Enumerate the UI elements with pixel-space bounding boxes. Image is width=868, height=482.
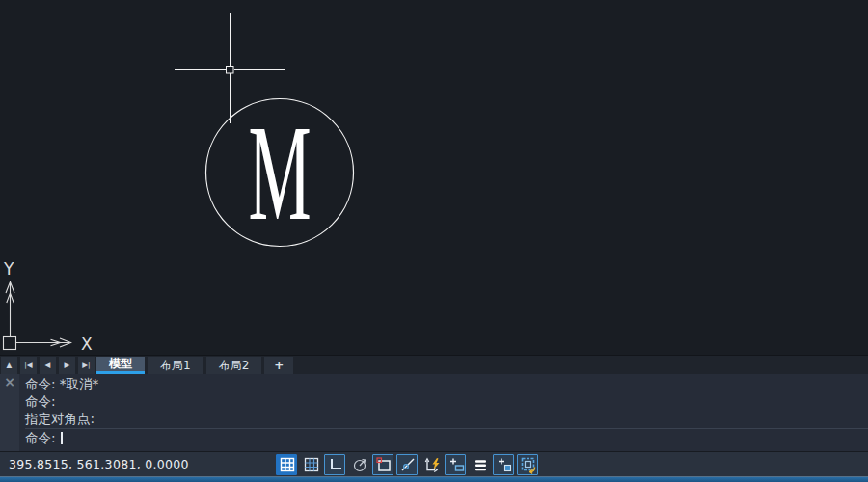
command-panel: × 命令: *取消* 命令: 指定对角点: 命令: (0, 374, 868, 451)
command-prompt-label: 命令: (25, 430, 56, 445)
tab-layout2[interactable]: 布局2 (206, 357, 262, 374)
status-bar: 395.8515, 561.3081, 0.0000 (0, 451, 868, 476)
tab-menu-up-button[interactable]: ▲ (1, 357, 17, 374)
three-bars-icon (470, 454, 489, 475)
command-history: 命令: *取消* 命令: 指定对角点: 命令: (19, 374, 868, 451)
tab-model[interactable]: 模型 (96, 357, 145, 374)
ucs-x-label: X (81, 335, 93, 354)
snap-grid-icon (277, 454, 296, 475)
ucs-origin-square (4, 337, 16, 350)
plus-square-icon (494, 454, 513, 475)
command-panel-gutter: × (0, 374, 19, 451)
window-bottom-strip (0, 476, 868, 482)
polar-tracking-button[interactable] (348, 454, 369, 475)
command-history-line: 指定对角点: (25, 410, 868, 427)
status-toggle-group (276, 454, 538, 475)
lineweight-display-button[interactable] (445, 454, 466, 475)
command-history-line: 命令: *取消* (25, 375, 868, 392)
close-command-panel-icon[interactable]: × (0, 374, 19, 389)
object-snap-tracking-button[interactable] (396, 454, 418, 475)
lineweight-menu-button[interactable] (469, 454, 490, 475)
polar-angle-icon (349, 454, 368, 475)
cad-application-window: M Y X ▲ |◀ (0, 0, 868, 482)
command-input-line[interactable]: 命令: (25, 428, 868, 446)
selection-cycling-button[interactable] (493, 454, 514, 475)
grid-icon (301, 454, 320, 475)
ucs-y-label: Y (3, 259, 14, 279)
snap-mode-button[interactable] (276, 454, 297, 475)
annotation-scale-sync-button[interactable] (517, 454, 538, 475)
dynamic-input-button[interactable] (420, 454, 442, 475)
layout-tab-bar: ▲ |◀ ◀ ▶ ▶| 模型 布局1 布局2 + (0, 355, 868, 374)
coordinates-readout[interactable]: 395.8515, 561.3081, 0.0000 (9, 457, 189, 471)
ucs-icon (4, 282, 71, 350)
dynamic-input-icon (421, 454, 441, 475)
new-layout-button[interactable]: + (264, 357, 293, 374)
ortho-icon (325, 454, 344, 475)
text-entity-m[interactable]: M (248, 98, 311, 249)
prev-layout-button[interactable]: ◀ (40, 357, 56, 374)
tab-layout1[interactable]: 布局1 (148, 357, 203, 374)
first-layout-button[interactable]: |◀ (20, 357, 37, 374)
plus-rectangle-icon (446, 454, 465, 475)
next-layout-button[interactable]: ▶ (59, 357, 75, 374)
command-history-line: 命令: (25, 392, 868, 410)
last-layout-button[interactable]: ▶| (78, 357, 95, 374)
text-cursor (61, 432, 63, 444)
model-space-canvas[interactable]: M Y X (0, 0, 868, 355)
pickbox (227, 67, 234, 74)
ortho-mode-button[interactable] (324, 454, 345, 475)
annotation-grid-arrow-icon (518, 454, 537, 475)
osnap-tracking-icon (397, 454, 417, 475)
grid-display-button[interactable] (300, 454, 321, 475)
object-snap-button[interactable] (372, 454, 393, 475)
osnap-square-icon (373, 454, 393, 475)
drawing-viewport: M Y X (0, 0, 868, 355)
